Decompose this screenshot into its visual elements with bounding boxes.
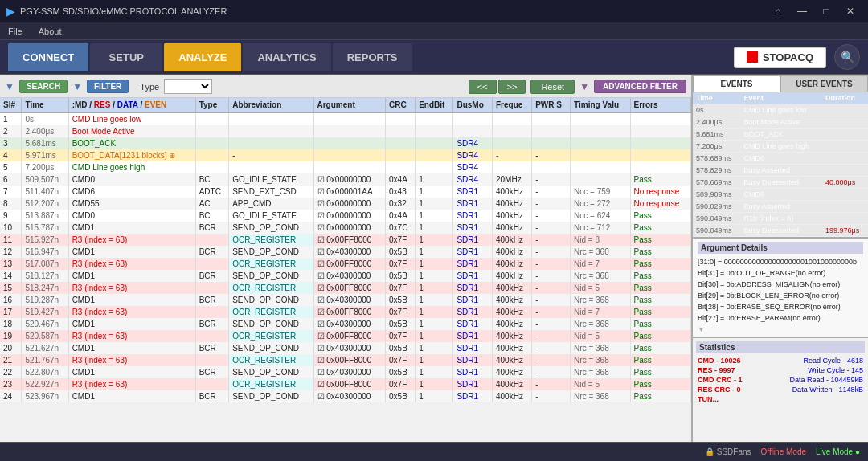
stop-acq-button[interactable]: STOPACQ [734, 47, 826, 68]
stat-label: CMD CRC - 1 [698, 376, 743, 384]
cell-endbit: 1 [416, 354, 453, 366]
table-row[interactable]: 4 5.971ms BOOT_DATA[1231 blocks] ⊕ - SDR… [0, 149, 691, 161]
table-row[interactable]: 24 523.967n CMD1 BCR SEND_OP_COND ☑ 0x40… [0, 390, 691, 402]
table-row[interactable]: 15 518.247n R3 (index = 63) OCR_REGISTER… [0, 282, 691, 294]
tab-setup[interactable]: SETUP [90, 43, 162, 71]
home-button[interactable]: ⌂ [767, 3, 789, 19]
event-row[interactable]: 590.029ms Busy Asserted [693, 201, 868, 213]
table-row[interactable]: 16 519.287n CMD1 BCR SEND_OP_COND ☑ 0x40… [0, 294, 691, 306]
events-body: 0s CMD Line goes low 2.400μs Boot Mode A… [693, 104, 868, 238]
cell-crc: 0x7C [386, 222, 416, 234]
tab-connect[interactable]: CONNECT [8, 43, 88, 71]
tab-analytics[interactable]: ANALYTICS [243, 43, 330, 71]
cell-pwr: - [532, 246, 571, 258]
col-errors: Errors [630, 98, 690, 112]
event-row[interactable]: 590.049ms R1b (index = 6) [693, 213, 868, 225]
cell-abbr: GO_IDLE_STATE [229, 210, 313, 222]
cell-freq [492, 125, 531, 137]
cell-timing [571, 125, 630, 137]
table-row[interactable]: 6 509.507n CMD0 BC GO_IDLE_STATE ☑ 0x000… [0, 173, 691, 186]
event-row[interactable]: 578.689ms CMD6 [693, 153, 868, 165]
table-row[interactable]: 17 519.427n R3 (index = 63) OCR_REGISTER… [0, 306, 691, 318]
event-row[interactable]: 0s CMD Line goes low [693, 104, 868, 116]
cell-timing: Nrc = 368 [571, 270, 630, 282]
stat-row: RES CRC - 0 Data Written - 1148kB [696, 385, 865, 394]
event-row[interactable]: 589.909ms CMD6 [693, 189, 868, 201]
cell-arg: ☑ 0x00000000 [313, 210, 386, 222]
table-row[interactable]: 1 0s CMD Line goes low [0, 112, 691, 125]
arg-detail-line: Bit[29] = 0b:BLOCK_LEN_ERROR(no error) [698, 290, 863, 301]
tab-events[interactable]: EVENTS [693, 75, 780, 92]
table-row[interactable]: 5 7.200μs CMD Line goes high SDR4 [0, 161, 691, 173]
cell-timing: Nrc = 368 [571, 294, 630, 306]
maximize-button[interactable]: □ [815, 3, 837, 19]
event-row[interactable]: 578.669ms Busy Deasserted 40.000μs [693, 177, 868, 189]
advanced-filter-button[interactable]: ADVANCED FILTER [594, 80, 686, 93]
reset-button[interactable]: Reset [530, 80, 575, 94]
cell-sl: 10 [0, 222, 22, 234]
cell-timing: Nrc = 368 [571, 342, 630, 354]
prev-button[interactable]: << [469, 80, 497, 94]
cell-pwr [532, 125, 571, 137]
menu-about[interactable]: About [35, 25, 65, 38]
cell-abbr [229, 137, 313, 149]
nav-search-button[interactable]: 🔍 [834, 44, 860, 70]
event-row[interactable]: 578.829ms Busy Asserted [693, 165, 868, 177]
event-row[interactable]: 2.400μs Boot Mode Active [693, 116, 868, 129]
cell-abbr: OCR_REGISTER [229, 378, 313, 390]
tab-reports[interactable]: REPORTS [333, 43, 412, 71]
cell-arg: ☑ 0x00FF8000 [313, 306, 386, 318]
table-row[interactable]: 23 522.927n R3 (index = 63) OCR_REGISTER… [0, 378, 691, 390]
event-time: 578.669ms [693, 177, 741, 189]
event-row[interactable]: 5.681ms BOOT_ACK [693, 129, 868, 141]
events-col-time: Time [693, 92, 741, 104]
cell-busmo: SDR1 [453, 186, 493, 198]
close-button[interactable]: ✕ [839, 3, 862, 19]
filter-button[interactable]: FILTER [87, 80, 129, 93]
cell-sl: 18 [0, 318, 22, 330]
event-row[interactable]: 590.049ms Busy Deasserted 199.976μs [693, 225, 868, 237]
cell-sl: 13 [0, 258, 22, 270]
table-row[interactable]: 20 521.627n CMD1 BCR SEND_OP_COND ☑ 0x40… [0, 342, 691, 354]
table-row[interactable]: 11 515.927n R3 (index = 63) OCR_REGISTER… [0, 234, 691, 246]
search-button[interactable]: SEARCH [19, 80, 68, 93]
filter-icon-3: ▼ [579, 81, 589, 92]
tab-user-events[interactable]: USER EVENTS [780, 75, 868, 92]
menu-file[interactable]: File [5, 25, 26, 38]
tab-analyze[interactable]: ANALYZE [164, 43, 241, 71]
type-select[interactable] [164, 79, 212, 94]
table-row[interactable]: 21 521.767n R3 (index = 63) OCR_REGISTER… [0, 354, 691, 366]
events-section[interactable]: Time Event Duration 0s CMD Line goes low… [693, 92, 868, 237]
event-row[interactable]: 7.200μs CMD Line goes high [693, 141, 868, 153]
table-row[interactable]: 9 513.887n CMD0 BC GO_IDLE_STATE ☑ 0x000… [0, 210, 691, 222]
cell-type: BCR [195, 222, 229, 234]
cell-type [195, 125, 229, 137]
cell-endbit [416, 125, 453, 137]
cell-endbit: 1 [416, 210, 453, 222]
cell-arg: ☑ 0x40300000 [313, 366, 386, 378]
table-row[interactable]: 14 518.127n CMD1 BCR SEND_OP_COND ☑ 0x40… [0, 270, 691, 282]
table-row[interactable]: 2 2.400μs Boot Mode Active [0, 125, 691, 137]
table-row[interactable]: 13 517.087n R3 (index = 63) OCR_REGISTER… [0, 258, 691, 270]
cell-arg [313, 137, 386, 149]
table-row[interactable]: 12 516.947n CMD1 BCR SEND_OP_COND ☑ 0x40… [0, 246, 691, 258]
table-row[interactable]: 19 520.587n R3 (index = 63) OCR_REGISTER… [0, 330, 691, 342]
table-row[interactable]: 3 5.681ms BOOT_ACK SDR4 [0, 137, 691, 149]
table-row[interactable]: 7 511.407n CMD6 ADTC SEND_EXT_CSD ☑ 0x00… [0, 186, 691, 198]
table-row[interactable]: 18 520.467n CMD1 BCR SEND_OP_COND ☑ 0x40… [0, 318, 691, 330]
cell-type [195, 258, 229, 270]
next-button[interactable]: >> [498, 80, 526, 94]
cell-time: 511.407n [22, 186, 68, 198]
cell-type [195, 378, 229, 390]
cell-endbit: 1 [416, 342, 453, 354]
data-table-wrapper[interactable]: Sl# Time :MD / RES / DATA / EVEN Type Ab… [0, 98, 691, 442]
cell-abbr: OCR_REGISTER [229, 354, 313, 366]
table-row[interactable]: 8 512.207n CMD55 AC APP_CMD ☑ 0x00000000… [0, 198, 691, 210]
cell-crc [386, 125, 416, 137]
table-row[interactable]: 10 515.787n CMD1 BCR SEND_OP_COND ☑ 0x00… [0, 222, 691, 234]
event-duration: 40.000μs [822, 177, 868, 189]
table-row[interactable]: 22 522.807n CMD1 BCR SEND_OP_COND ☑ 0x40… [0, 366, 691, 378]
minimize-button[interactable]: — [791, 3, 813, 19]
cell-pwr: - [532, 282, 571, 294]
event-time: 5.681ms [693, 129, 741, 141]
